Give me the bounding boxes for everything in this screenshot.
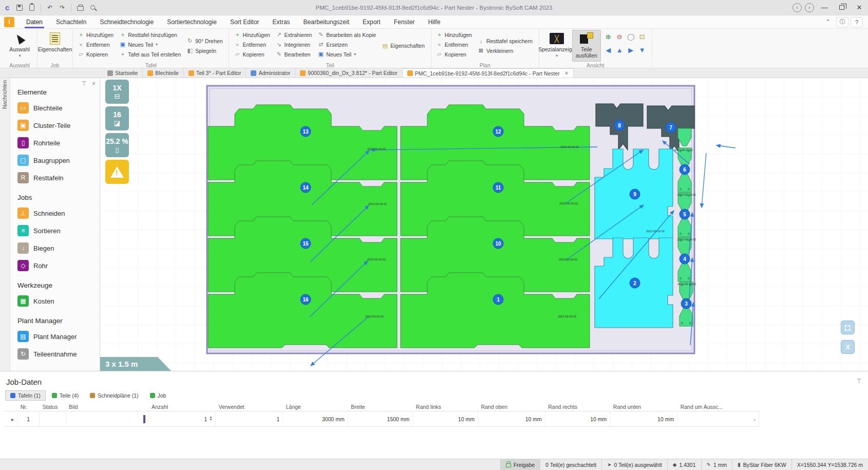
column-header-verwendet[interactable]: Verwendet: [216, 403, 283, 411]
sidebar-item-teileentnahme[interactable]: ↻Teileentnahme: [17, 345, 100, 363]
nav-back-button[interactable]: ‹: [792, 3, 802, 12]
menu-tab-bearbeitungszeit[interactable]: Bearbeitungszeit: [297, 16, 356, 28]
resttafel-hinzufügen-button[interactable]: ＋Resttafel hinzufügen: [118, 30, 184, 40]
sidebar-item-kosten[interactable]: ▦Kosten: [17, 292, 100, 310]
restore-button[interactable]: [833, 1, 851, 15]
doc-tab-blechteile[interactable]: Blechteile: [143, 68, 184, 78]
eigenschaften-button[interactable]: ▤Eigenschaften: [380, 41, 428, 51]
info-button[interactable]: ⓘ: [836, 17, 848, 27]
menu-tab-schneidtechnologie[interactable]: Schneidtechnologie: [93, 16, 160, 28]
neues-teil-button[interactable]: ▣Neues Teil▾: [316, 49, 379, 59]
job-panel-pin-icon[interactable]: ⊤: [857, 378, 862, 385]
table-row[interactable]: ▸1▲▼113000 mm1500 mm10 mm10 mm10 mm10 mm…: [4, 411, 759, 427]
undo-icon[interactable]: ↶: [45, 3, 55, 13]
close-sidebar-icon[interactable]: ×: [92, 80, 96, 87]
entfernen-button[interactable]: ×Entfernen: [435, 40, 475, 49]
sidebar-item-baugruppen[interactable]: ▢Baugruppen: [17, 152, 100, 169]
menu-tab-extras[interactable]: Extras: [266, 16, 297, 28]
sidebar-item-biegen[interactable]: ↓Biegen: [17, 239, 100, 257]
preview-icon[interactable]: [87, 3, 98, 13]
cell-bild[interactable]: [66, 411, 148, 427]
arrow-left-button[interactable]: ◀: [604, 46, 613, 54]
menu-tab-export[interactable]: Export: [356, 16, 387, 28]
column-header-breite[interactable]: Breite: [348, 403, 413, 411]
job-tab-tafeln-1[interactable]: Tafeln (1): [5, 390, 46, 401]
verkleinern-button[interactable]: ⊠Verkleinern: [476, 46, 536, 55]
column-header-länge[interactable]: Länge: [283, 403, 348, 411]
25-2-overlay-button[interactable]: 25.2 %▯: [105, 133, 129, 157]
resttafel-speichern-button[interactable]: ↓Resttafel speichern: [476, 36, 536, 46]
column-header-expander[interactable]: [4, 403, 17, 411]
hinzufügen-button[interactable]: ＋Hinzufügen: [232, 30, 273, 40]
help-button[interactable]: ?: [851, 17, 863, 27]
warning-button[interactable]: [105, 160, 129, 184]
extrahieren-button[interactable]: ↗Extrahieren: [274, 30, 315, 40]
close-button[interactable]: ✕: [851, 1, 868, 15]
90-drehen-button[interactable]: ↻90° Drehen: [185, 36, 225, 46]
job-tab-teile-4[interactable]: Teile (4): [47, 390, 84, 401]
close-view-button[interactable]: X: [841, 340, 855, 354]
sidebar-item-cluster-teile[interactable]: ▣Cluster-Teile: [17, 117, 100, 134]
teile-ausfüllen-button[interactable]: Teile ausfüllen: [572, 30, 601, 62]
tafel-aus-teil-erstellen-button[interactable]: ＋Tafel aus Teil erstellen: [118, 49, 184, 59]
menu-tab-fenster[interactable]: Fenster: [387, 16, 422, 28]
menu-tab-hilfe[interactable]: Hilfe: [421, 16, 447, 28]
bearbeiten-als-kopie-button[interactable]: ✎Bearbeiten als Kopie: [316, 30, 379, 40]
nesting-canvas[interactable]: 2022-09-16-022022-09-16-022022-09-16-022…: [100, 78, 868, 371]
job-tab-schneidpläne-1[interactable]: Schneidpläne (1): [85, 390, 143, 401]
menu-tab-sortiertechnologie[interactable]: Sortiertechnologie: [160, 16, 223, 28]
sidebar-item-rohr[interactable]: ◇Rohr: [17, 257, 100, 274]
doc-tab-pmc-1ceb91be-9192-45[interactable]: PMC_1ceb91be-9192-45fd-913f-8ed2f1c6d94c…: [403, 68, 574, 78]
save-icon[interactable]: [14, 3, 25, 13]
ersetzen-button[interactable]: ⇄Ersetzen: [316, 40, 379, 49]
arrow-right-button[interactable]: ▶: [627, 46, 635, 54]
app-button[interactable]: !: [4, 17, 14, 27]
arrow-up-button[interactable]: ▲: [615, 46, 624, 54]
arrow-down-button[interactable]: ▼: [638, 46, 647, 54]
16-overlay-button[interactable]: 16◪: [105, 106, 129, 130]
quantity-stepper[interactable]: ▲▼: [209, 416, 212, 421]
zoom-in-button[interactable]: ⊕: [604, 33, 613, 41]
kopieren-button[interactable]: ▱Kopieren: [76, 49, 117, 59]
column-header-bild[interactable]: Bild: [66, 403, 148, 411]
redo-icon[interactable]: ↷: [57, 3, 67, 13]
spezialanzeige-button[interactable]: ╳Spezialanzeige▾: [542, 30, 571, 62]
column-header-rand-um-aussc[interactable]: Rand um Aussc...: [677, 403, 759, 411]
bearbeiten-button[interactable]: ✎Bearbeiten: [274, 49, 315, 59]
neues-teil-button[interactable]: ▣Neues Teil▾: [118, 40, 184, 49]
doc-tab-administrator[interactable]: Administrator: [246, 68, 295, 78]
sidebar-item-schneiden[interactable]: ⊥Schneiden: [17, 204, 100, 222]
entfernen-button[interactable]: ×Entfernen: [232, 40, 273, 49]
doc-tab-teil-3-part-edito[interactable]: Teil 3* - Part Editor: [184, 68, 247, 78]
integrieren-button[interactable]: ↘Integrieren: [274, 40, 315, 49]
clipboard-icon[interactable]: [27, 3, 37, 13]
sheet-thumbnail[interactable]: [143, 415, 145, 423]
menu-tab-sort-editor[interactable]: Sort Editor: [223, 16, 266, 28]
1x-overlay-button[interactable]: 1X⊟: [105, 80, 129, 104]
eigenschaften-button[interactable]: Eigenschaften: [41, 30, 69, 62]
messages-strip[interactable]: Nachrichten: [0, 78, 10, 371]
messages-tab-label[interactable]: Nachrichten: [2, 80, 8, 109]
print-icon[interactable]: [75, 3, 85, 13]
kopieren-button[interactable]: ▱Kopieren: [435, 49, 475, 59]
sidebar-item-blechteile[interactable]: ▭Blechteile: [17, 99, 100, 117]
doc-tab-9000360-din-dx-3-812[interactable]: 9000360_din_Dx_3.812* - Part Editor: [295, 68, 403, 78]
nav-forward-button[interactable]: ›: [805, 3, 814, 12]
fit-view-button[interactable]: ◤◥◣◢: [841, 321, 855, 334]
entfernen-button[interactable]: ×Entfernen: [76, 40, 117, 49]
collapse-ribbon-icon[interactable]: ⌃: [822, 17, 834, 27]
column-header-rand-links[interactable]: Rand links: [413, 403, 478, 411]
kopieren-button[interactable]: ▱Kopieren: [232, 49, 273, 59]
column-header-nr[interactable]: Nr.: [17, 403, 40, 411]
column-header-rand-rechts[interactable]: Rand rechts: [545, 403, 610, 411]
zoom-button[interactable]: ◯: [627, 33, 635, 41]
doc-tab-close-icon[interactable]: ✕: [564, 70, 569, 76]
zoom-fit-button[interactable]: ⊡: [638, 33, 647, 41]
hinzufügen-button[interactable]: ＋Hinzufügen: [435, 30, 475, 40]
doc-tab-startseite[interactable]: Startseite: [103, 68, 143, 78]
column-header-status[interactable]: Status: [40, 403, 66, 411]
menu-tab-daten[interactable]: Daten: [20, 16, 49, 28]
auswahl-button[interactable]: Auswahl▾: [5, 30, 34, 62]
sidebar-item-resttafeln[interactable]: RResttafeln: [17, 169, 100, 186]
minimize-button[interactable]: —: [816, 1, 833, 15]
